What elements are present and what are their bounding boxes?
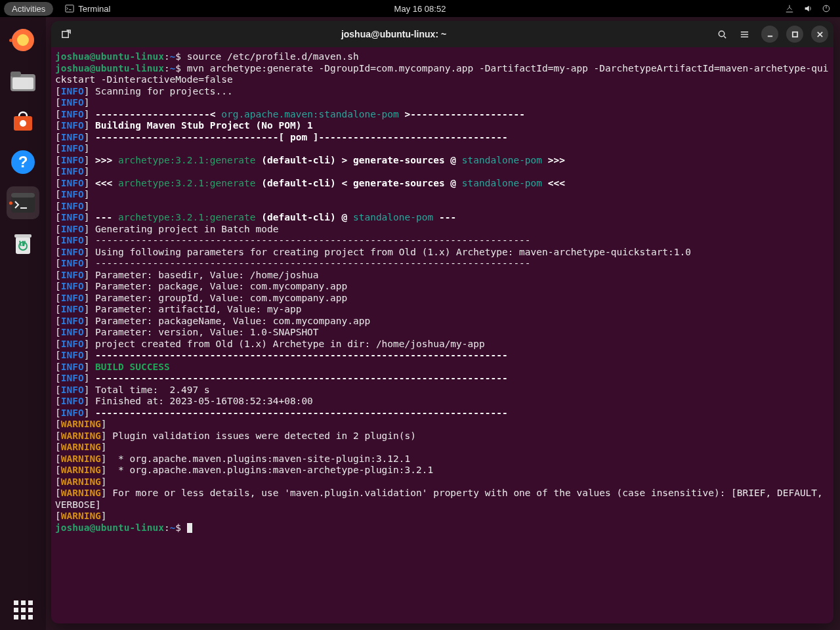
svg-rect-16 [62,31,68,37]
maximize-icon [791,31,799,38]
dock-help[interactable]: ? [7,146,39,178]
svg-point-3 [17,34,29,46]
close-icon [816,31,824,38]
firefox-icon [10,27,36,53]
apps-grid-icon [14,600,33,620]
svg-rect-14 [14,234,32,238]
svg-point-17 [719,31,724,36]
terminal-dock-icon [10,192,36,214]
files-icon [9,69,37,93]
terminal-icon [65,4,74,13]
show-applications-button[interactable] [0,600,46,620]
svg-rect-12 [11,193,35,198]
new-tab-button[interactable] [56,25,75,43]
search-button[interactable] [713,25,731,43]
titlebar: joshua@ubuntu-linux: ~ [51,21,833,47]
svg-text:?: ? [18,153,28,171]
command-1: source /etc/profile.d/maven.sh [187,51,359,62]
svg-rect-0 [66,5,74,12]
gnome-top-panel: Activities Terminal May 16 08:52 [0,0,840,17]
dock: ? [0,17,46,630]
svg-point-8 [20,120,26,127]
hamburger-icon [740,30,749,39]
dock-files[interactable] [7,64,39,97]
svg-rect-6 [12,77,33,89]
svg-rect-5 [10,72,21,77]
help-icon: ? [10,149,36,175]
active-app-indicator[interactable]: Terminal [65,4,110,14]
trash-icon [11,230,35,257]
minimize-button[interactable] [761,26,778,43]
terminal-window: joshua@ubuntu-linux: ~ joshua@ubuntu-lin… [51,21,833,623]
dock-terminal[interactable] [7,186,39,219]
cursor [187,523,192,533]
window-title: joshua@ubuntu-linux: ~ [79,29,709,39]
close-button[interactable] [811,26,828,43]
clock[interactable]: May 16 08:52 [394,4,446,14]
search-icon [717,30,727,39]
hamburger-menu-button[interactable] [735,25,753,43]
power-icon[interactable] [822,4,831,13]
new-tab-icon [61,30,71,39]
software-icon [10,108,36,135]
network-icon[interactable] [785,4,794,13]
minimize-icon [766,31,774,38]
activities-button[interactable]: Activities [4,2,53,16]
dock-firefox[interactable] [7,24,39,56]
volume-icon[interactable] [803,4,812,13]
maximize-button[interactable] [786,26,803,43]
terminal-output[interactable]: joshua@ubuntu-linux:~$ source /etc/profi… [51,47,833,623]
dock-trash[interactable] [7,227,39,260]
active-app-label: Terminal [78,4,110,14]
svg-rect-18 [792,32,797,36]
dock-software[interactable] [7,105,39,138]
